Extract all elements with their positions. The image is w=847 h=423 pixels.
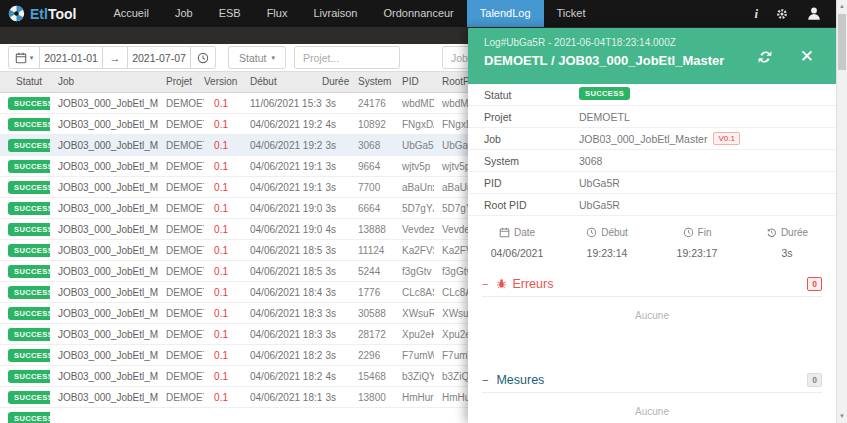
column-header[interactable]: Début xyxy=(242,72,322,92)
nav-item[interactable]: Livraison xyxy=(300,0,370,27)
scroll-down-arrow[interactable]: ▼ xyxy=(837,413,847,419)
field-label: Root PID xyxy=(484,199,579,211)
calendar-picker-button[interactable]: ▾ xyxy=(8,46,40,69)
cell-version: 0.1 xyxy=(204,240,242,260)
cell-projet: DEMOETL xyxy=(158,135,204,155)
app-root: EtlTool AccueilJobESBFluxLivraisonOrdonn… xyxy=(0,0,847,423)
timing-label: Durée xyxy=(766,227,808,238)
panel-field-row: Statut SUCCESS xyxy=(468,84,836,106)
panel-header-actions: ✕ xyxy=(756,46,814,67)
field-value-text: DEMOETL xyxy=(579,111,630,123)
cell-duree: 3s xyxy=(322,282,350,302)
cell-debut: 04/06/2021 18:31:52 xyxy=(242,324,322,344)
cell-job: JOB03_000_JobEtl_Master xyxy=(50,324,158,344)
section-header[interactable]: − Mesures 0 xyxy=(482,367,822,393)
field-value: JOB03_000_JobEtl_Master V0.1 xyxy=(579,132,740,145)
field-label: System xyxy=(484,155,579,167)
cell-projet: DEMOETL xyxy=(158,387,204,407)
cell-pid: Ka2FVS xyxy=(394,240,434,260)
nav-item[interactable]: ESB xyxy=(206,0,254,27)
field-value: 3068 xyxy=(579,155,602,167)
timing-label-text: Début xyxy=(601,227,628,238)
status-badge: SUCCESS xyxy=(8,181,50,194)
close-icon[interactable]: ✕ xyxy=(800,46,814,67)
cell-system: 11124 xyxy=(350,240,394,260)
cell-statut: SUCCESS xyxy=(0,198,50,218)
column-header-label: Début xyxy=(250,76,277,87)
caret-down-icon: ▾ xyxy=(30,54,34,62)
cell-job: JOB03_000_JobEtl_Master xyxy=(50,366,158,386)
timing-label-text: Date xyxy=(514,227,535,238)
column-header-label: System xyxy=(358,76,391,87)
cell-version: 0.1 xyxy=(204,282,242,302)
field-label: PID xyxy=(484,177,579,189)
cell-duree: 3s xyxy=(322,177,350,197)
cell-debut: 04/06/2021 19:25:40 xyxy=(242,114,322,134)
cell-version: 0.1 xyxy=(204,198,242,218)
window-scrollbar[interactable]: ▲ ▼ xyxy=(836,0,847,423)
cell-statut: SUCCESS xyxy=(0,345,50,365)
section-empty-text: Aucune xyxy=(482,297,822,327)
cell-system xyxy=(350,408,394,423)
cell-statut: SUCCESS xyxy=(0,156,50,176)
nav-menu: AccueilJobESBFluxLivraisonOrdonnanceurTa… xyxy=(100,0,598,27)
statut-filter-dropdown[interactable]: Statut ▾ xyxy=(228,46,286,69)
scrollbar-thumb[interactable] xyxy=(838,14,846,70)
gear-icon[interactable] xyxy=(776,8,788,20)
cell-projet: DEMOETL xyxy=(158,261,204,281)
cell-system: 1776 xyxy=(350,282,394,302)
info-icon[interactable]: i xyxy=(754,6,758,22)
user-icon[interactable] xyxy=(806,6,822,21)
time-picker-button[interactable] xyxy=(190,46,216,69)
status-badge: SUCCESS xyxy=(8,412,50,423)
panel-field-row: Root PID UbGa5R xyxy=(468,194,836,216)
panel-fields: Statut SUCCESS Projet DEMOETL Job xyxy=(468,84,836,216)
cell-system: 6664 xyxy=(350,198,394,218)
cell-pid: b3ZiQY xyxy=(394,366,434,386)
cell-pid: wjtv5p xyxy=(394,156,434,176)
field-value-text: UbGa5R xyxy=(579,177,620,189)
column-header[interactable]: Durée xyxy=(322,72,350,92)
cell-system: 7700 xyxy=(350,177,394,197)
field-value-text: UbGa5R xyxy=(579,199,620,211)
field-value-text: JOB03_000_JobEtl_Master xyxy=(579,133,707,145)
column-header[interactable]: Version xyxy=(204,72,242,92)
cell-debut: 11/06/2021 15:35:46 xyxy=(242,93,322,113)
cell-system: 2296 xyxy=(350,345,394,365)
date-to-input[interactable] xyxy=(127,46,191,69)
brand-logo[interactable]: EtlTool xyxy=(0,0,86,27)
cell-duree: 3s xyxy=(322,198,350,218)
nav-item[interactable]: Accueil xyxy=(100,0,161,27)
timing-value: 3s xyxy=(742,247,832,259)
timing-column: Début 19:23:14 xyxy=(562,224,652,259)
panel-field-row: System 3068 xyxy=(468,150,836,172)
section-title: Erreurs xyxy=(512,277,553,291)
column-header[interactable]: Job xyxy=(50,72,158,92)
cell-job xyxy=(50,408,158,423)
projet-filter-input[interactable] xyxy=(294,46,400,69)
scroll-up-arrow[interactable]: ▲ xyxy=(837,3,847,9)
column-header[interactable]: PID xyxy=(394,72,434,92)
column-header[interactable]: Statut xyxy=(0,72,50,92)
status-badge: SUCCESS xyxy=(8,139,50,152)
cell-version: 0.1 xyxy=(204,261,242,281)
status-badge: SUCCESS xyxy=(8,265,50,278)
column-header[interactable]: System xyxy=(350,72,394,92)
cell-duree: 3s xyxy=(322,261,350,281)
nav-item[interactable]: TalendLog xyxy=(467,0,544,27)
nav-item[interactable]: Ordonnanceur xyxy=(370,0,466,27)
cell-statut: SUCCESS xyxy=(0,135,50,155)
nav-item[interactable]: Job xyxy=(162,0,206,27)
column-header[interactable]: Projet xyxy=(158,72,204,92)
cell-pid: CLc8AS xyxy=(394,282,434,302)
clock-icon xyxy=(197,52,209,64)
timing-value: 19:23:17 xyxy=(652,247,742,259)
date-from-input[interactable] xyxy=(39,46,103,69)
cell-pid: f3gGtv xyxy=(394,261,434,281)
nav-item[interactable]: Ticket xyxy=(544,0,599,27)
cell-projet: DEMOETL xyxy=(158,345,204,365)
nav-item[interactable]: Flux xyxy=(254,0,301,27)
cell-projet: DEMOETL xyxy=(158,114,204,134)
refresh-icon[interactable] xyxy=(756,48,774,66)
section-header[interactable]: − Erreurs 0 xyxy=(482,271,822,297)
